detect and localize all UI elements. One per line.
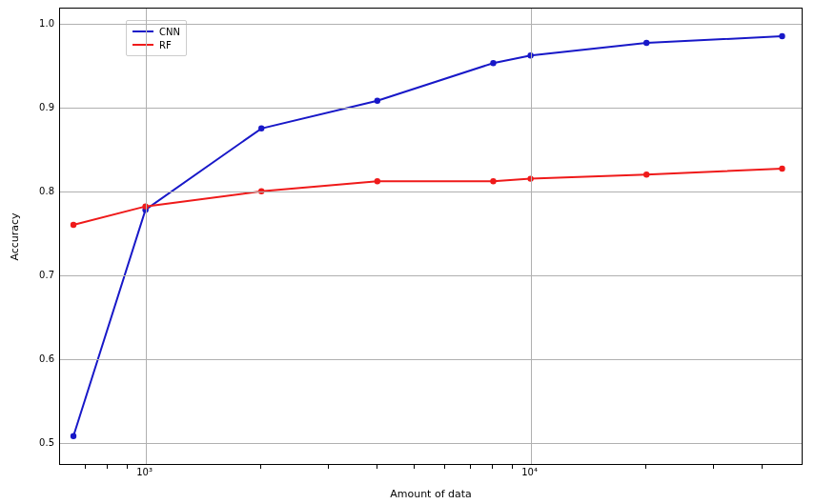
data-point — [643, 40, 649, 46]
y-tick-label: 0.6 — [16, 353, 54, 363]
x-tick-label: 10⁴ — [521, 467, 538, 477]
x-minor-tick — [444, 465, 445, 469]
grid-line-h — [60, 443, 802, 444]
x-minor-tick — [85, 465, 86, 469]
x-axis-label: Amount of data — [59, 488, 803, 500]
data-point — [779, 166, 784, 171]
grid-line-h — [60, 108, 802, 109]
x-minor-tick — [762, 465, 763, 469]
series-line-cnn — [73, 36, 782, 436]
data-point — [643, 171, 649, 177]
y-tick-label: 0.5 — [16, 436, 54, 447]
grid-line-h — [60, 192, 802, 192]
x-minor-tick — [107, 465, 108, 469]
x-minor-tick — [414, 465, 415, 469]
data-point — [258, 126, 264, 131]
legend-swatch-rf — [132, 44, 153, 46]
legend-entry-cnn: CNN — [132, 25, 180, 38]
legend-label-cnn: CNN — [159, 27, 180, 37]
y-tick-label: 0.7 — [16, 269, 54, 279]
x-tick-label: 10³ — [136, 467, 153, 477]
x-minor-tick — [645, 465, 646, 469]
x-minor-tick — [260, 465, 261, 469]
plot-area: CNN RF — [59, 8, 803, 465]
data-point — [375, 98, 380, 104]
data-point — [490, 178, 496, 184]
x-minor-tick — [470, 465, 471, 469]
grid-line-v — [146, 9, 147, 464]
grid-line-v — [531, 9, 532, 464]
legend-swatch-cnn — [132, 30, 153, 32]
chart-svg — [60, 9, 802, 464]
data-point — [71, 222, 76, 228]
chart-figure: CNN RF Amount of data Accuracy 0.50.60.7… — [0, 0, 815, 504]
y-tick-label: 0.9 — [16, 101, 54, 111]
data-point — [490, 60, 496, 66]
grid-line-h — [60, 24, 802, 25]
y-tick-label: 1.0 — [16, 17, 54, 28]
x-minor-tick — [492, 465, 493, 469]
x-minor-tick — [328, 465, 329, 469]
grid-line-h — [60, 359, 802, 360]
x-minor-tick — [127, 465, 128, 469]
x-minor-tick — [512, 465, 513, 469]
x-minor-tick — [713, 465, 714, 469]
x-minor-tick — [377, 465, 377, 469]
y-axis-label: Accuracy — [8, 8, 21, 465]
series-line-rf — [73, 169, 782, 225]
data-point — [71, 433, 76, 439]
legend-label-rf: RF — [159, 40, 172, 50]
data-point — [779, 33, 784, 39]
legend-entry-rf: RF — [132, 38, 180, 51]
data-point — [375, 178, 380, 184]
y-tick-label: 0.8 — [16, 185, 54, 195]
legend: CNN RF — [126, 20, 187, 56]
grid-line-h — [60, 275, 802, 276]
